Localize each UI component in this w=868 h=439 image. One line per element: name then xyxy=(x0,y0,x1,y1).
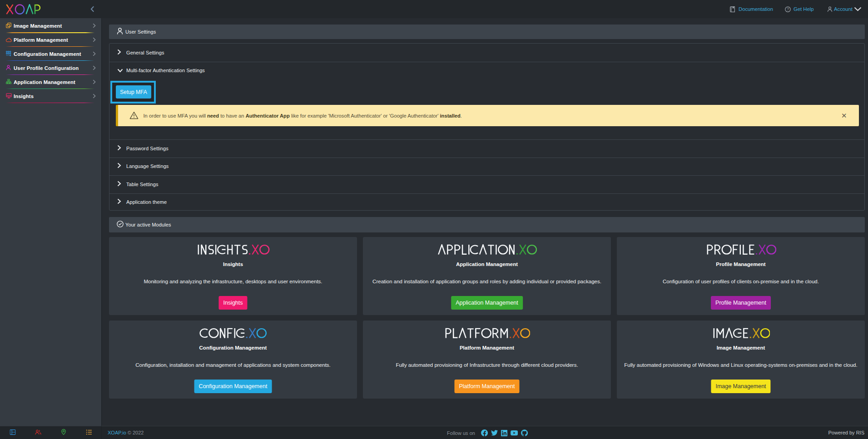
svg-text:?: ? xyxy=(787,7,789,11)
